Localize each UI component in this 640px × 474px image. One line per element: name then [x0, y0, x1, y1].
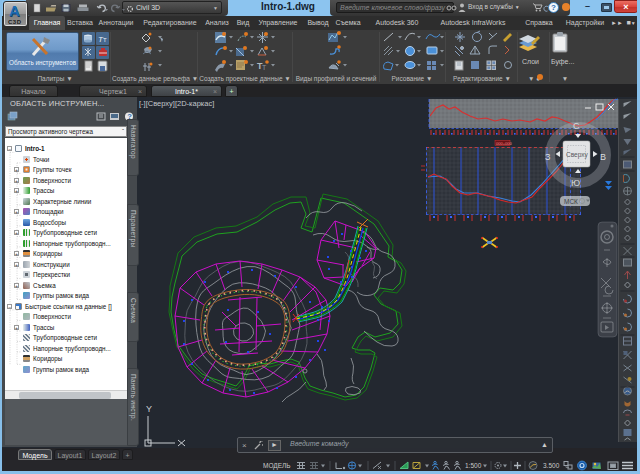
- svg-text:С: С: [573, 121, 580, 131]
- svg-text:1:500: 1:500: [465, 462, 482, 469]
- svg-text:Ю: Ю: [571, 178, 580, 188]
- svg-text:Слои: Слои: [522, 58, 539, 65]
- svg-text:Т: Т: [262, 64, 267, 71]
- svg-text:Буфе...: Буфе...: [551, 58, 574, 66]
- svg-text:000+000: 000+000: [496, 141, 512, 146]
- svg-text:Т: Т: [103, 37, 107, 43]
- svg-text:Сверху: Сверху: [566, 151, 588, 159]
- svg-text:3.500: 3.500: [543, 462, 560, 469]
- svg-text:З: З: [545, 152, 550, 162]
- svg-text:МСК: МСК: [564, 198, 578, 205]
- svg-text:[-][Сверху][2D-каркас]: [-][Сверху][2D-каркас]: [139, 99, 214, 108]
- svg-text:Y: Y: [146, 404, 152, 414]
- svg-text:В: В: [600, 152, 606, 162]
